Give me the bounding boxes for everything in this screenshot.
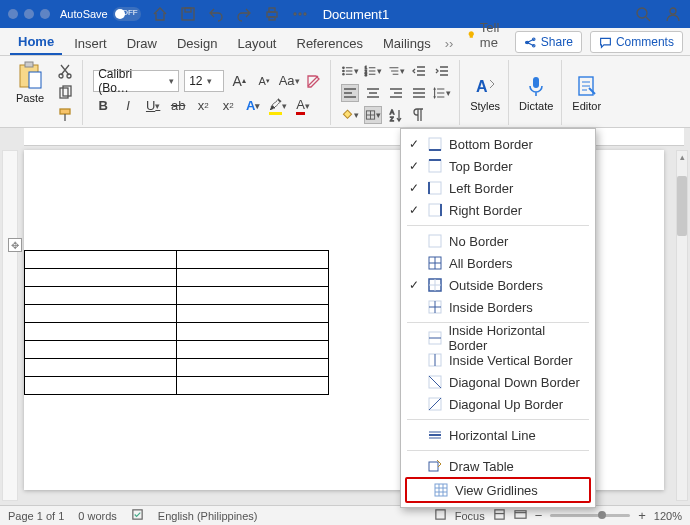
tell-me-search[interactable]: Tell me: [461, 15, 511, 55]
menu-bottom-border[interactable]: ✓ Bottom Border: [401, 133, 595, 155]
styles-group[interactable]: A Styles: [466, 60, 509, 125]
underline-button[interactable]: U▾: [143, 96, 163, 116]
status-focus[interactable]: Focus: [455, 510, 485, 522]
decrease-font-icon[interactable]: A▾: [254, 71, 274, 91]
numbering-icon[interactable]: 123▾: [364, 62, 382, 80]
tab-references[interactable]: References: [289, 31, 371, 55]
menu-outside-borders[interactable]: ✓ Outside Borders: [401, 274, 595, 296]
dictate-group[interactable]: Dictate: [515, 60, 562, 125]
multilevel-list-icon[interactable]: ▾: [387, 62, 405, 80]
decrease-indent-icon[interactable]: [410, 62, 428, 80]
table-move-handle-icon[interactable]: ✥: [8, 238, 22, 252]
share-button[interactable]: Share: [515, 31, 582, 53]
menu-draw-table[interactable]: Draw Table: [401, 455, 595, 477]
document-table[interactable]: [24, 250, 329, 395]
traffic-min[interactable]: [24, 9, 34, 19]
change-case-icon[interactable]: Aa▾: [279, 71, 299, 91]
menu-diagonal-down[interactable]: Diagonal Down Border: [401, 371, 595, 393]
line-spacing-icon[interactable]: ▾: [433, 84, 451, 102]
redo-icon[interactable]: [235, 5, 253, 23]
view-print-icon[interactable]: [493, 508, 506, 523]
sort-icon[interactable]: AZ: [387, 106, 405, 124]
menu-horizontal-line[interactable]: Horizontal Line: [401, 424, 595, 446]
justify-icon[interactable]: [410, 84, 428, 102]
account-icon[interactable]: [664, 5, 682, 23]
italic-button[interactable]: I: [118, 96, 138, 116]
show-paragraph-icon[interactable]: [410, 106, 428, 124]
save-icon[interactable]: [179, 5, 197, 23]
menu-right-border[interactable]: ✓ Right Border: [401, 199, 595, 221]
tell-me-label: Tell me: [480, 20, 505, 50]
titlebar-right: [634, 5, 682, 23]
font-color-icon[interactable]: A▾: [293, 96, 313, 116]
superscript-button[interactable]: x2: [218, 96, 238, 116]
borders-dropdown-button[interactable]: ▾: [364, 106, 382, 124]
tab-layout[interactable]: Layout: [229, 31, 284, 55]
cut-icon[interactable]: [56, 62, 74, 80]
view-web-icon[interactable]: [514, 508, 527, 523]
vertical-scrollbar[interactable]: ▴: [676, 150, 688, 501]
status-bar: Page 1 of 1 0 words English (Philippines…: [0, 505, 690, 525]
align-left-icon[interactable]: [341, 84, 359, 102]
text-effects-icon[interactable]: A▾: [243, 96, 263, 116]
strikethrough-button[interactable]: ab: [168, 96, 188, 116]
scroll-up-icon[interactable]: ▴: [677, 152, 687, 162]
traffic-close[interactable]: [8, 9, 18, 19]
tab-mailings[interactable]: Mailings: [375, 31, 439, 55]
menu-all-borders[interactable]: All Borders: [401, 252, 595, 274]
bullets-icon[interactable]: ▾: [341, 62, 359, 80]
print-icon[interactable]: [263, 5, 281, 23]
zoom-value[interactable]: 120%: [654, 510, 682, 522]
tab-draw[interactable]: Draw: [119, 31, 165, 55]
shading-icon[interactable]: ▾: [341, 106, 359, 124]
focus-icon[interactable]: [434, 508, 447, 523]
traffic-max[interactable]: [40, 9, 50, 19]
subscript-button[interactable]: x2: [193, 96, 213, 116]
comments-button[interactable]: Comments: [590, 31, 683, 53]
tab-insert[interactable]: Insert: [66, 31, 115, 55]
menu-no-border[interactable]: No Border: [401, 230, 595, 252]
tab-design[interactable]: Design: [169, 31, 225, 55]
format-painter-icon[interactable]: [56, 106, 74, 124]
status-page[interactable]: Page 1 of 1: [8, 510, 64, 522]
bold-button[interactable]: B: [93, 96, 113, 116]
more-icon[interactable]: [291, 5, 309, 23]
search-icon[interactable]: [634, 5, 652, 23]
editor-group[interactable]: Editor: [568, 60, 609, 125]
scroll-thumb[interactable]: [677, 176, 687, 236]
tab-overflow-icon[interactable]: ››: [443, 31, 458, 55]
svg-point-5: [294, 13, 296, 15]
tab-home[interactable]: Home: [10, 29, 62, 55]
menu-left-border[interactable]: ✓ Left Border: [401, 177, 595, 199]
home-icon[interactable]: [151, 5, 169, 23]
paste-button[interactable]: Paste: [12, 60, 48, 125]
copy-icon[interactable]: [56, 84, 74, 102]
menu-inside-vertical[interactable]: Inside Vertical Border: [401, 349, 595, 371]
menu-top-border[interactable]: ✓ Top Border: [401, 155, 595, 177]
zoom-in-button[interactable]: +: [638, 508, 646, 523]
zoom-out-button[interactable]: −: [535, 508, 543, 523]
autosave-toggle[interactable]: AutoSave OFF: [60, 7, 141, 21]
increase-indent-icon[interactable]: [433, 62, 451, 80]
align-center-icon[interactable]: [364, 84, 382, 102]
menu-inside-horizontal[interactable]: Inside Horizontal Border: [401, 327, 595, 349]
menu-label: Bottom Border: [449, 137, 533, 152]
window-controls[interactable]: [8, 9, 50, 19]
zoom-slider[interactable]: [550, 514, 630, 517]
menu-view-gridlines[interactable]: View Gridlines: [407, 479, 589, 501]
switch-icon[interactable]: OFF: [113, 7, 141, 21]
align-right-icon[interactable]: [387, 84, 405, 102]
menu-label: All Borders: [449, 256, 513, 271]
svg-rect-14: [25, 62, 33, 67]
spellcheck-icon[interactable]: [131, 508, 144, 523]
increase-font-icon[interactable]: A▴: [229, 71, 249, 91]
menu-inside-borders[interactable]: Inside Borders: [401, 296, 595, 318]
highlight-color-icon[interactable]: 🖍▾: [268, 96, 288, 116]
status-words[interactable]: 0 words: [78, 510, 117, 522]
clear-formatting-icon[interactable]: [304, 72, 322, 90]
status-language[interactable]: English (Philippines): [158, 510, 258, 522]
undo-icon[interactable]: [207, 5, 225, 23]
font-selector[interactable]: Calibri (Bo…▾: [93, 70, 179, 92]
menu-diagonal-up[interactable]: Diagonal Up Border: [401, 393, 595, 415]
font-size-selector[interactable]: 12▾: [184, 70, 224, 92]
